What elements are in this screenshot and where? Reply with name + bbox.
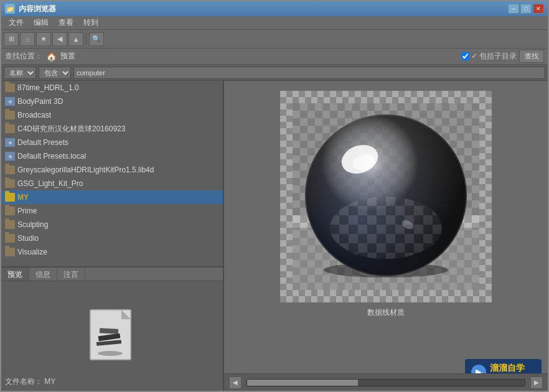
main-window: 📁 内容浏览器 ─ □ ✕ 文件 编辑 查看 转到 ⊞ ⌂ ★ ◀ ▲ 🔍 查找… — [0, 0, 549, 392]
svg-point-6 — [98, 351, 123, 356]
toolbar-up-icon[interactable]: ▲ — [68, 32, 83, 46]
search-button[interactable]: 查找 — [519, 50, 544, 63]
preset-icon — [5, 152, 15, 161]
minimize-button[interactable]: ─ — [508, 4, 519, 14]
filename-label: 文件名称： MY — [5, 376, 55, 387]
preview-icon — [87, 307, 137, 366]
next-button[interactable]: ▶ — [530, 376, 543, 389]
file-name: Default Presets — [17, 138, 68, 147]
filter-input[interactable] — [73, 67, 545, 79]
file-name: GSG_Light_Kit_Pro — [17, 179, 83, 188]
location-label: 查找位置： — [5, 51, 42, 62]
window-icon: 📁 — [5, 4, 15, 14]
svg-point-22 — [330, 197, 442, 259]
menu-file[interactable]: 文件 — [4, 16, 29, 29]
menu-goto[interactable]: 转到 — [78, 16, 103, 29]
window-controls: ─ □ ✕ — [508, 4, 544, 14]
toolbar: ⊞ ⌂ ★ ◀ ▲ 🔍 — [1, 30, 548, 49]
folder-icon-gold — [5, 193, 15, 202]
right-panel: 数据线材质 ▶ 溜溜自学 zixue.3066.com ◀ ▶ — [224, 81, 548, 391]
bottom-panel: 预览 信息 注言 — [1, 266, 223, 391]
preview-label: 数据线材质 — [367, 307, 405, 318]
preset-icon — [5, 138, 15, 147]
sphere-preview — [293, 103, 479, 290]
location-right: ✓ 包括子目录 查找 — [461, 50, 544, 63]
list-item[interactable]: BodyPaint 3D — [1, 95, 223, 108]
file-name: Broadcast — [17, 111, 51, 119]
folder-icon — [5, 111, 15, 119]
file-name: 87time_HDRL_1.0 — [17, 83, 79, 92]
list-item[interactable]: Visualize — [1, 245, 223, 259]
file-name: Default Presets.local — [17, 152, 86, 161]
file-name: Prime — [17, 207, 37, 215]
folder-icon — [5, 207, 15, 215]
folder-icon — [5, 179, 15, 188]
svg-rect-5 — [100, 328, 118, 334]
title-bar: 📁 内容浏览器 ─ □ ✕ — [1, 1, 548, 16]
file-name: C4D研究所汉化材质球20160923 — [17, 124, 125, 134]
preset-icon — [5, 97, 15, 106]
progress-bar — [246, 379, 525, 386]
list-item-sculpting[interactable]: Sculpting — [1, 218, 223, 231]
bottom-tabs: 预览 信息 注言 — [1, 268, 223, 281]
list-item[interactable]: Default Presets — [1, 136, 223, 149]
folder-icon — [5, 248, 15, 256]
location-home-icon: 🏠 — [46, 52, 57, 62]
close-button[interactable]: ✕ — [533, 4, 544, 14]
list-item[interactable]: Broadcast — [1, 108, 223, 122]
main-content: 87time_HDRL_1.0 BodyPaint 3D Broadcast C… — [1, 81, 548, 391]
contains-filter-select[interactable]: 包含 — [39, 67, 71, 79]
maximize-button[interactable]: □ — [520, 4, 532, 14]
toolbar-back-icon[interactable]: ◀ — [52, 32, 67, 46]
location-bar: 查找位置： 🏠 预置 ✓ 包括子目录 查找 — [1, 49, 548, 65]
location-value: 预置 — [60, 51, 75, 62]
folder-icon — [5, 124, 15, 133]
folder-icon — [5, 83, 15, 92]
file-name: Studio — [17, 234, 39, 243]
folder-icon — [5, 220, 15, 229]
window-title: 内容浏览器 — [19, 4, 508, 14]
file-name: Sculpting — [17, 220, 48, 229]
toolbar-search-icon[interactable]: 🔍 — [89, 32, 104, 46]
list-item[interactable]: GreyscalegorillaHDRILightKitPro1.5.lib4d — [1, 163, 223, 177]
menu-view[interactable]: 查看 — [54, 16, 78, 29]
list-item[interactable]: Studio — [1, 231, 223, 245]
file-name-gold: MY — [17, 193, 29, 202]
progress-bar-fill — [247, 380, 358, 386]
folder-icon — [5, 234, 15, 243]
left-panel: 87time_HDRL_1.0 BodyPaint 3D Broadcast C… — [1, 81, 224, 391]
list-item[interactable]: GSG_Light_Kit_Pro — [1, 177, 223, 190]
menu-edit[interactable]: 编辑 — [29, 16, 54, 29]
list-item[interactable]: Default Presets.local — [1, 149, 223, 163]
right-bottom-bar: ◀ ▶ — [224, 373, 548, 391]
list-item[interactable]: Prime — [1, 204, 223, 218]
list-item[interactable]: 87time_HDRL_1.0 — [1, 81, 223, 95]
name-filter-select[interactable]: 名称 — [4, 67, 36, 79]
folder-icon — [5, 166, 15, 174]
filter-bar: 名称 包含 — [1, 65, 548, 81]
file-name: Visualize — [17, 248, 47, 256]
file-name: GreyscalegorillaHDRILightKitPro1.5.lib4d — [17, 166, 154, 174]
watermark-line1: 溜溜自学 — [490, 363, 535, 373]
file-list[interactable]: 87time_HDRL_1.0 BodyPaint 3D Broadcast C… — [1, 81, 223, 266]
bottom-preview-content: 文件名称： MY — [1, 281, 223, 391]
include-subdirs-checkbox[interactable]: ✓ 包括子目录 — [461, 51, 517, 62]
prev-button[interactable]: ◀ — [229, 376, 242, 389]
file-name: BodyPaint 3D — [17, 97, 63, 106]
list-item-my[interactable]: MY — [1, 190, 223, 204]
tab-preview[interactable]: 预览 — [1, 268, 29, 281]
subdirs-label: ✓ 包括子目录 — [471, 51, 517, 62]
toolbar-home-icon[interactable]: ⌂ — [20, 32, 35, 46]
subdirs-checkbox-input[interactable] — [461, 52, 469, 60]
list-item[interactable]: C4D研究所汉化材质球20160923 — [1, 122, 223, 136]
preview-container — [280, 91, 492, 302]
toolbar-grid-icon[interactable]: ⊞ — [4, 32, 19, 46]
toolbar-star-icon[interactable]: ★ — [36, 32, 51, 46]
menu-bar: 文件 编辑 查看 转到 — [1, 16, 548, 30]
tab-info[interactable]: 信息 — [29, 268, 57, 281]
toolbar-separator — [86, 33, 87, 45]
tab-annotation[interactable]: 注言 — [57, 268, 85, 281]
